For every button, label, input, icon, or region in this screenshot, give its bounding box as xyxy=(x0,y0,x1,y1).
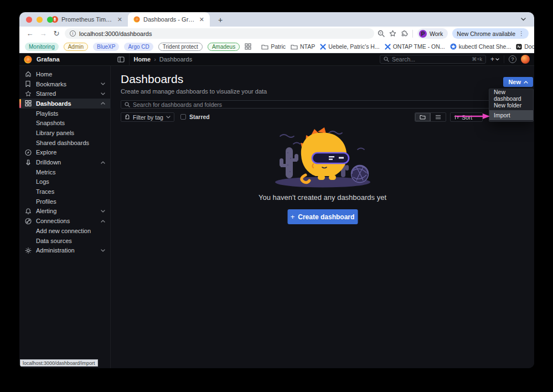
bookmark-kubectl[interactable]: kubectl Cheat She... xyxy=(450,43,511,50)
sidebar-item-add-new-connection[interactable]: Add new connection xyxy=(19,226,110,236)
tab-title: Dashboards - Grafana xyxy=(143,16,196,23)
chevron-up-icon[interactable] xyxy=(101,161,105,164)
chevron-up-icon[interactable] xyxy=(101,102,105,105)
bookmark-argocd[interactable]: Argo CD xyxy=(124,43,153,51)
sidebar-item-alerting[interactable]: Alerting xyxy=(19,207,110,216)
profile-label: Work xyxy=(430,30,443,37)
sidebar-item-administration[interactable]: Administration xyxy=(19,245,110,255)
sidebar-item-dashboards[interactable]: Dashboards xyxy=(19,99,110,109)
tab-prometheus[interactable]: Prometheus Time Series Coll ✕ xyxy=(46,12,128,27)
bookmark-admin[interactable]: Admin xyxy=(64,43,88,51)
sidebar-item-connections[interactable]: Connections xyxy=(19,216,110,226)
star-icon xyxy=(24,90,32,97)
sidebar-item-starred[interactable]: Starred xyxy=(19,89,110,99)
sidebar-item-shared-dashboards[interactable]: Shared dashboards xyxy=(19,138,110,148)
filter-by-tag-dropdown[interactable]: Filter by tag xyxy=(121,112,174,122)
sort-dropdown[interactable]: Sort xyxy=(450,112,483,122)
reload-button[interactable]: ↻ xyxy=(51,29,61,38)
tab-close-icon[interactable]: ✕ xyxy=(117,16,122,23)
tab-close-icon[interactable]: ✕ xyxy=(199,16,204,23)
user-avatar[interactable] xyxy=(521,55,530,64)
sidebar-item-drilldown[interactable]: Drilldown xyxy=(19,157,110,167)
chevron-down-icon[interactable] xyxy=(101,249,105,252)
sidebar-item-library-panels[interactable]: Library panels xyxy=(19,128,110,138)
bookmark-monitoring[interactable]: Monitoring xyxy=(25,43,59,51)
breadcrumb-separator: › xyxy=(154,56,156,63)
plug-icon xyxy=(24,218,32,225)
bookmark-bluexp[interactable]: BlueXP xyxy=(93,43,119,51)
site-info-icon[interactable]: i xyxy=(70,30,76,37)
sidebar-item-playlists[interactable]: Playlists xyxy=(19,109,110,118)
profile-chip[interactable]: P Work xyxy=(417,28,448,39)
chevron-down-icon[interactable] xyxy=(101,92,105,95)
menu-item-new-dashboard[interactable]: New dashboard xyxy=(489,90,533,100)
global-search-input[interactable]: ⌘+k xyxy=(380,55,486,64)
browser-window: Prometheus Time Series Coll ✕ Dashboards… xyxy=(19,12,534,368)
browser-menu-icon[interactable]: ⋮ xyxy=(519,30,524,37)
sidebar-item-traces[interactable]: Traces xyxy=(19,187,110,197)
window-controls[interactable] xyxy=(26,17,53,23)
bookmark-folder-patric[interactable]: Patric xyxy=(261,43,286,50)
sidebar-nav: Home Bookmarks Starred Dashboards Playli… xyxy=(19,66,111,368)
sidebar-item-profiles[interactable]: Profiles xyxy=(19,197,110,207)
chevron-up-icon[interactable] xyxy=(101,220,105,223)
list-icon xyxy=(435,115,441,120)
zoom-window-button[interactable] xyxy=(47,17,53,23)
apps-grid-icon[interactable] xyxy=(245,43,251,50)
tab-search-chevron-icon[interactable] xyxy=(518,14,529,24)
tab-strip: Prometheus Time Series Coll ✕ Dashboards… xyxy=(19,12,534,27)
grafana-body: Home Bookmarks Starred Dashboards Playli… xyxy=(19,66,534,368)
bookmark-documentation[interactable]: Documentation Pr... xyxy=(516,43,534,50)
quick-add-button[interactable]: + xyxy=(490,55,499,63)
help-icon[interactable]: ? xyxy=(509,55,516,63)
new-dropdown-menu: New dashboard New folder Import xyxy=(489,89,534,122)
sidebar-item-bookmarks[interactable]: Bookmarks xyxy=(19,79,110,89)
bookmark-ontap-tme[interactable]: ONTAP TME - ON... xyxy=(385,43,445,50)
bookmark-amadeus[interactable]: Amadeus xyxy=(208,43,240,51)
chrome-update-pill[interactable]: New Chrome available ⋮ xyxy=(452,28,529,39)
forward-button[interactable]: → xyxy=(38,29,48,38)
sidebar-item-home[interactable]: Home xyxy=(19,69,110,79)
sidebar-item-metrics[interactable]: Metrics xyxy=(19,167,110,177)
close-window-button[interactable] xyxy=(26,17,32,23)
bookmark-folder-ntap[interactable]: NTAP xyxy=(291,43,315,50)
bookmark-trident-protect[interactable]: Trident protect xyxy=(158,43,203,51)
list-view-button[interactable] xyxy=(431,113,446,121)
chevron-up-icon xyxy=(524,81,528,84)
sidebar-item-logs[interactable]: Logs xyxy=(19,177,110,187)
global-search-field[interactable] xyxy=(392,56,469,63)
starred-filter[interactable]: Starred xyxy=(180,114,210,120)
breadcrumb-home[interactable]: Home xyxy=(134,56,151,63)
bookmark-icon xyxy=(24,80,32,87)
grafana-logo[interactable] xyxy=(24,55,32,64)
view-toggle xyxy=(415,112,446,122)
chevron-down-icon[interactable] xyxy=(101,210,105,213)
menu-item-import[interactable]: Import xyxy=(489,110,533,120)
url-bar[interactable]: i localhost:3000/dashboards xyxy=(65,28,374,39)
tab-grafana[interactable]: Dashboards - Grafana ✕ xyxy=(128,12,210,27)
sidebar-item-data-sources[interactable]: Data sources xyxy=(19,236,110,246)
sidebar-item-snapshots[interactable]: Snapshots xyxy=(19,118,110,128)
back-button[interactable]: ← xyxy=(25,29,35,38)
new-tab-button[interactable]: + xyxy=(215,16,225,24)
chevron-down-icon[interactable] xyxy=(101,82,105,85)
create-dashboard-button[interactable]: + Create dashboard xyxy=(287,209,358,224)
search-shortcut: ⌘+k xyxy=(472,56,482,62)
bookmark-star-icon[interactable] xyxy=(389,30,396,37)
new-button[interactable]: New xyxy=(503,77,533,87)
sidebar-item-explore[interactable]: Explore xyxy=(19,148,110,158)
dock-menu-icon[interactable] xyxy=(117,56,125,63)
url-text[interactable]: localhost:3000/dashboards xyxy=(79,30,152,37)
minimize-window-button[interactable] xyxy=(37,17,43,23)
tumbleweed xyxy=(351,165,369,183)
folder-view-button[interactable] xyxy=(415,113,431,121)
dashboard-search-field[interactable] xyxy=(133,101,526,108)
starred-checkbox[interactable] xyxy=(180,114,186,120)
zoom-icon[interactable] xyxy=(378,30,385,37)
toolbar-divider xyxy=(412,30,413,38)
link-status-tooltip: localhost:3000/dashboard/import xyxy=(20,359,98,367)
extensions-icon[interactable] xyxy=(401,30,408,37)
tab-title: Prometheus Time Series Coll xyxy=(61,16,114,23)
bookmark-uebele[interactable]: Uebele, Patric's H... xyxy=(320,43,379,50)
dashboard-search[interactable] xyxy=(121,100,530,109)
